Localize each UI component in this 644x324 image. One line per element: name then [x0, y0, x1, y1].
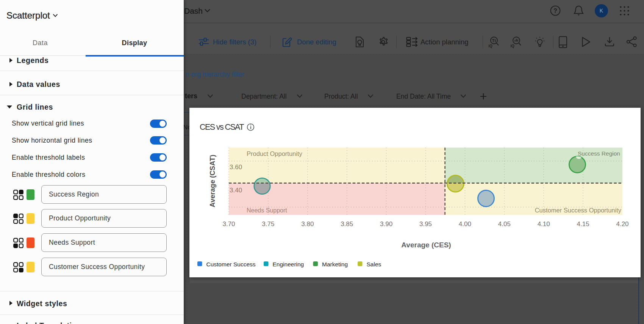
svg-text:3.40: 3.40	[230, 187, 242, 194]
svg-text:4.05: 4.05	[498, 220, 511, 228]
svg-text:Sales: Sales	[367, 261, 381, 267]
svg-text:3.95: 3.95	[419, 220, 432, 228]
svg-text:4.20: 4.20	[616, 220, 628, 228]
svg-text:iQ: iQ	[511, 44, 514, 48]
svg-text:Customer Success Opportunity: Customer Success Opportunity	[535, 207, 622, 214]
svg-text:3.90: 3.90	[380, 220, 392, 228]
svg-text:3.60: 3.60	[230, 164, 242, 171]
svg-text:3.70: 3.70	[222, 220, 235, 228]
svg-text:CES vs CSAT: CES vs CSAT	[200, 123, 244, 132]
svg-text:3.75: 3.75	[262, 220, 274, 228]
svg-text:4.15: 4.15	[577, 220, 589, 228]
svg-text:Tt: Tt	[492, 38, 496, 43]
svg-text:?: ?	[553, 8, 557, 14]
svg-text:Average (CES): Average (CES)	[401, 241, 451, 249]
svg-text:4.00: 4.00	[459, 220, 471, 228]
svg-text:4.10: 4.10	[538, 220, 550, 228]
svg-text:iQ: iQ	[488, 44, 492, 48]
svg-text:Product Opportunity: Product Opportunity	[247, 150, 302, 157]
svg-text:3.85: 3.85	[341, 220, 353, 228]
svg-text:Success Region: Success Region	[578, 150, 620, 157]
svg-text:Engineering: Engineering	[273, 261, 304, 267]
svg-text:3.80: 3.80	[301, 220, 314, 228]
svg-text:Marketing: Marketing	[322, 261, 348, 267]
svg-text:Average (CSAT): Average (CSAT)	[208, 155, 216, 208]
svg-text:Customer Success: Customer Success	[206, 261, 256, 267]
svg-text:Needs Support: Needs Support	[247, 207, 287, 214]
